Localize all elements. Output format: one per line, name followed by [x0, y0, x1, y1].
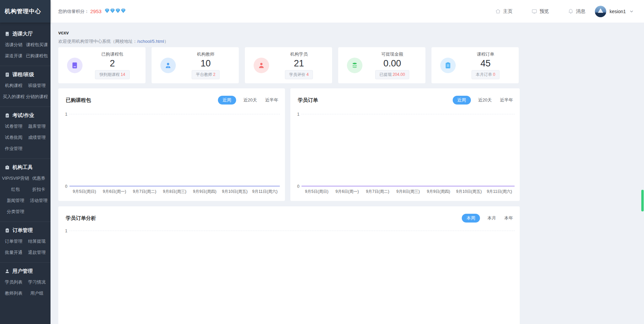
- stat-label: 可提现金额: [381, 51, 403, 57]
- chart-card-order-analysis: 学员订单分析本周本月本年1: [58, 206, 520, 324]
- sidebar-section-header: 机构工具: [0, 164, 51, 171]
- chart-tab[interactable]: 本年: [504, 214, 514, 223]
- sidebar-item[interactable]: 用户组: [25, 290, 49, 296]
- sidebar-item[interactable]: 折扣卡: [29, 186, 49, 193]
- x-axis-tick: 9月10日(周五): [454, 189, 484, 195]
- data-series-line: [69, 186, 280, 186]
- sidebar-item[interactable]: 渠道开课: [2, 53, 25, 59]
- credit-value: 2953: [90, 8, 101, 14]
- sidebar-section-title: 订单管理: [12, 227, 33, 234]
- data-series-line: [301, 186, 515, 186]
- sidebar-section-title: 考试/作业: [12, 112, 34, 119]
- sidebar-item[interactable]: 试卷批阅: [2, 135, 25, 141]
- stat-card: 机构学员21学员评价4: [245, 47, 332, 83]
- sidebar-section: 课程/班级机构课程班级管理买入的课程分销的课程: [0, 66, 51, 107]
- sidebar-item[interactable]: 订单管理: [2, 238, 25, 244]
- stat-body: 机构教师10平台教师2: [176, 51, 235, 79]
- sidebar-item[interactable]: 新闻管理: [2, 198, 29, 204]
- stat-badge[interactable]: 快到期课程14: [95, 70, 129, 79]
- sidebar-item[interactable]: 活动管理: [29, 198, 49, 204]
- sidebar-item[interactable]: 分类管理: [2, 209, 29, 215]
- topnav-bell[interactable]: 消息: [568, 8, 585, 14]
- chart-tab[interactable]: 本月: [487, 214, 497, 223]
- sidebar-item[interactable]: 教师列表: [2, 290, 25, 296]
- chart-tab[interactable]: 近周: [218, 96, 236, 105]
- monitor-icon: [532, 8, 537, 14]
- line-chart: 109月5日(周日)9月6日(周一)9月7日(周二)9月8日(周三)9月9日(周…: [69, 114, 280, 186]
- app-logo-title: 机构管理中心: [0, 0, 51, 23]
- stat-value: 2: [110, 59, 115, 68]
- chart-tab[interactable]: 近周: [453, 96, 471, 105]
- x-axis-tick: 9月6日(周一): [332, 189, 362, 195]
- stat-card: 可提现金额0.00已提现204.00: [338, 47, 425, 83]
- stat-label: 机构教师: [197, 51, 215, 57]
- sidebar-item[interactable]: 批量开通: [2, 249, 25, 256]
- sidebar-item[interactable]: 退款管理: [25, 249, 49, 256]
- sidebar-item[interactable]: 结算提现: [25, 238, 49, 244]
- stat-badge[interactable]: 已提现204.00: [375, 70, 410, 79]
- chevron-down-icon: [629, 9, 634, 14]
- sidebar: 机构管理中心 选课大厅选课分销课程包买课渠道开课已购课程包课程/班级机构课程班级…: [0, 0, 51, 324]
- sidebar-item[interactable]: 红包: [2, 186, 29, 193]
- chart-title: 学员订单分析: [66, 215, 96, 222]
- sidebar-item[interactable]: 分销的课程: [25, 94, 49, 100]
- stat-value: 0.00: [383, 59, 401, 68]
- sidebar-item[interactable]: 成绩管理: [25, 135, 49, 141]
- stat-badge-value: 14: [121, 72, 125, 77]
- x-axis-labels: 9月5日(周日)9月6日(周一)9月7日(周二)9月8日(周三)9月9日(周四)…: [301, 189, 515, 195]
- sidebar-item[interactable]: 机构课程: [2, 83, 25, 89]
- topbar-nav: 主页预览消息: [495, 8, 585, 14]
- chart-tab[interactable]: 近半年: [499, 96, 514, 105]
- sidebar-item[interactable]: 题库管理: [25, 123, 49, 129]
- stat-card: 已购课程包2快到期课程14: [58, 47, 146, 83]
- stat-body: 课程订单45本月订单0: [456, 51, 515, 79]
- chart-title: 已购课程包: [66, 97, 91, 104]
- sidebar-section-items: 机构课程班级管理买入的课程分销的课程: [0, 83, 51, 100]
- sidebar-item[interactable]: 班级管理: [25, 83, 49, 89]
- user-menu[interactable]: kesion1: [595, 6, 634, 17]
- diamond-icon: [110, 8, 115, 14]
- chart-tab[interactable]: 近半年: [264, 96, 279, 105]
- chart-tab[interactable]: 本周: [462, 214, 480, 223]
- sidebar-section-items: VIP/SVIP营销优惠券红包折扣卡新闻管理活动管理分类管理: [0, 175, 51, 215]
- y-axis-tick: 1: [61, 112, 67, 117]
- briefcase-icon: [5, 165, 10, 170]
- stat-label: 机构学员: [290, 51, 308, 57]
- sidebar-section-items: 选课分销课程包买课渠道开课已购课程包: [0, 42, 51, 59]
- sidebar-item[interactable]: 课程包买课: [25, 42, 49, 48]
- stat-badge-label: 学员评价: [289, 72, 305, 77]
- school-url-link[interactable]: /school/5.html: [137, 39, 164, 44]
- credit-diamonds: [105, 8, 126, 14]
- topnav-label: 预览: [540, 8, 549, 14]
- sidebar-item[interactable]: 买入的课程: [2, 94, 25, 100]
- student-icon: [254, 58, 269, 73]
- sidebar-section-header: 考试/作业: [0, 112, 51, 119]
- chart-tab[interactable]: 近20天: [478, 96, 492, 105]
- chart-range-tabs: 近周近20天近半年: [453, 96, 514, 105]
- stat-badge-value: 204.00: [393, 72, 405, 77]
- bell-icon: [568, 8, 574, 14]
- stat-body: 已购课程包2快到期课程14: [83, 51, 142, 79]
- sidebar-item[interactable]: 已购课程包: [25, 53, 49, 59]
- sidebar-item[interactable]: 作业管理: [2, 146, 25, 152]
- sidebar-item[interactable]: 学员列表: [2, 279, 25, 285]
- sidebar-item[interactable]: 试卷管理: [2, 123, 25, 129]
- sidebar-item[interactable]: VIP/SVIP营销: [2, 175, 29, 181]
- x-axis-tick: 9月11日(周六): [250, 189, 280, 195]
- stat-badge[interactable]: 本月订单0: [472, 70, 500, 79]
- sidebar-item[interactable]: 学习情况: [25, 279, 49, 285]
- topnav-label: 主页: [503, 8, 513, 14]
- sidebar-item[interactable]: 选课分销: [2, 42, 25, 48]
- sidebar-section: 机构工具VIP/SVIP营销优惠券红包折扣卡新闻管理活动管理分类管理: [0, 158, 51, 222]
- stat-badge[interactable]: 学员评价4: [285, 70, 313, 79]
- topnav-monitor[interactable]: 预览: [532, 8, 549, 14]
- stat-badge[interactable]: 平台教师2: [192, 70, 220, 79]
- scrollbar-thumb[interactable]: [641, 190, 644, 211]
- stat-label: 课程订单: [477, 51, 494, 57]
- x-axis-tick: 9月7日(周二): [130, 189, 160, 195]
- sidebar-item[interactable]: 优惠券: [29, 175, 49, 181]
- chart-tab[interactable]: 近20天: [243, 96, 258, 105]
- avatar[interactable]: [595, 6, 606, 17]
- stat-value: 45: [480, 59, 490, 68]
- topnav-home[interactable]: 主页: [495, 8, 513, 14]
